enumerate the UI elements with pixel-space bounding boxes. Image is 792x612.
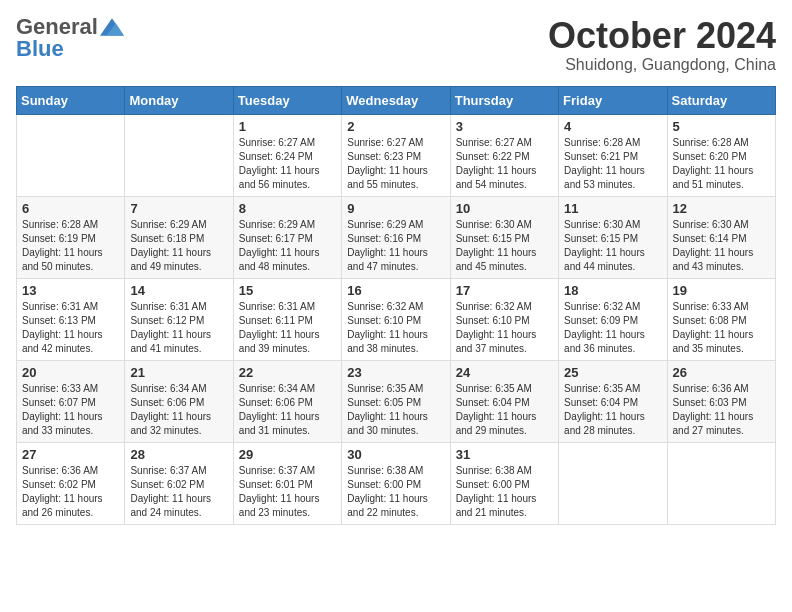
title-block: October 2024 Shuidong, Guangdong, China <box>548 16 776 74</box>
calendar-cell: 27Sunrise: 6:36 AM Sunset: 6:02 PM Dayli… <box>17 442 125 524</box>
calendar-cell: 12Sunrise: 6:30 AM Sunset: 6:14 PM Dayli… <box>667 196 775 278</box>
day-info: Sunrise: 6:35 AM Sunset: 6:04 PM Dayligh… <box>564 382 661 438</box>
day-info: Sunrise: 6:28 AM Sunset: 6:19 PM Dayligh… <box>22 218 119 274</box>
calendar-week-row: 6Sunrise: 6:28 AM Sunset: 6:19 PM Daylig… <box>17 196 776 278</box>
day-info: Sunrise: 6:36 AM Sunset: 6:03 PM Dayligh… <box>673 382 770 438</box>
day-number: 13 <box>22 283 119 298</box>
day-info: Sunrise: 6:27 AM Sunset: 6:24 PM Dayligh… <box>239 136 336 192</box>
day-info: Sunrise: 6:36 AM Sunset: 6:02 PM Dayligh… <box>22 464 119 520</box>
calendar-cell: 18Sunrise: 6:32 AM Sunset: 6:09 PM Dayli… <box>559 278 667 360</box>
logo-general: General <box>16 16 98 38</box>
day-info: Sunrise: 6:31 AM Sunset: 6:13 PM Dayligh… <box>22 300 119 356</box>
day-info: Sunrise: 6:29 AM Sunset: 6:17 PM Dayligh… <box>239 218 336 274</box>
day-number: 28 <box>130 447 227 462</box>
calendar-cell: 13Sunrise: 6:31 AM Sunset: 6:13 PM Dayli… <box>17 278 125 360</box>
day-number: 15 <box>239 283 336 298</box>
calendar-cell <box>559 442 667 524</box>
weekday-header-thursday: Thursday <box>450 86 558 114</box>
calendar-cell: 7Sunrise: 6:29 AM Sunset: 6:18 PM Daylig… <box>125 196 233 278</box>
day-info: Sunrise: 6:30 AM Sunset: 6:15 PM Dayligh… <box>564 218 661 274</box>
day-number: 2 <box>347 119 444 134</box>
calendar-cell: 26Sunrise: 6:36 AM Sunset: 6:03 PM Dayli… <box>667 360 775 442</box>
day-number: 6 <box>22 201 119 216</box>
calendar-cell: 30Sunrise: 6:38 AM Sunset: 6:00 PM Dayli… <box>342 442 450 524</box>
weekday-header-friday: Friday <box>559 86 667 114</box>
calendar-cell: 3Sunrise: 6:27 AM Sunset: 6:22 PM Daylig… <box>450 114 558 196</box>
logo-blue: Blue <box>16 36 64 61</box>
day-info: Sunrise: 6:32 AM Sunset: 6:10 PM Dayligh… <box>347 300 444 356</box>
calendar-cell: 11Sunrise: 6:30 AM Sunset: 6:15 PM Dayli… <box>559 196 667 278</box>
calendar-cell: 22Sunrise: 6:34 AM Sunset: 6:06 PM Dayli… <box>233 360 341 442</box>
day-info: Sunrise: 6:30 AM Sunset: 6:15 PM Dayligh… <box>456 218 553 274</box>
calendar-cell <box>17 114 125 196</box>
day-number: 21 <box>130 365 227 380</box>
calendar-cell: 31Sunrise: 6:38 AM Sunset: 6:00 PM Dayli… <box>450 442 558 524</box>
calendar-cell: 4Sunrise: 6:28 AM Sunset: 6:21 PM Daylig… <box>559 114 667 196</box>
day-number: 12 <box>673 201 770 216</box>
day-number: 25 <box>564 365 661 380</box>
day-number: 10 <box>456 201 553 216</box>
day-info: Sunrise: 6:29 AM Sunset: 6:18 PM Dayligh… <box>130 218 227 274</box>
logo: General Blue <box>16 16 124 62</box>
weekday-header-monday: Monday <box>125 86 233 114</box>
day-info: Sunrise: 6:33 AM Sunset: 6:07 PM Dayligh… <box>22 382 119 438</box>
weekday-header-tuesday: Tuesday <box>233 86 341 114</box>
day-info: Sunrise: 6:34 AM Sunset: 6:06 PM Dayligh… <box>130 382 227 438</box>
calendar-week-row: 20Sunrise: 6:33 AM Sunset: 6:07 PM Dayli… <box>17 360 776 442</box>
calendar-cell: 2Sunrise: 6:27 AM Sunset: 6:23 PM Daylig… <box>342 114 450 196</box>
day-number: 18 <box>564 283 661 298</box>
day-number: 3 <box>456 119 553 134</box>
page-header: General Blue October 2024 Shuidong, Guan… <box>16 16 776 74</box>
day-number: 27 <box>22 447 119 462</box>
day-number: 11 <box>564 201 661 216</box>
day-info: Sunrise: 6:27 AM Sunset: 6:22 PM Dayligh… <box>456 136 553 192</box>
day-number: 29 <box>239 447 336 462</box>
day-info: Sunrise: 6:27 AM Sunset: 6:23 PM Dayligh… <box>347 136 444 192</box>
day-info: Sunrise: 6:34 AM Sunset: 6:06 PM Dayligh… <box>239 382 336 438</box>
location-subtitle: Shuidong, Guangdong, China <box>548 56 776 74</box>
day-number: 5 <box>673 119 770 134</box>
calendar-cell: 24Sunrise: 6:35 AM Sunset: 6:04 PM Dayli… <box>450 360 558 442</box>
calendar-table: SundayMondayTuesdayWednesdayThursdayFrid… <box>16 86 776 525</box>
day-info: Sunrise: 6:37 AM Sunset: 6:02 PM Dayligh… <box>130 464 227 520</box>
calendar-cell: 10Sunrise: 6:30 AM Sunset: 6:15 PM Dayli… <box>450 196 558 278</box>
calendar-cell: 29Sunrise: 6:37 AM Sunset: 6:01 PM Dayli… <box>233 442 341 524</box>
day-info: Sunrise: 6:38 AM Sunset: 6:00 PM Dayligh… <box>456 464 553 520</box>
day-number: 1 <box>239 119 336 134</box>
logo-icon <box>100 18 124 36</box>
weekday-header-saturday: Saturday <box>667 86 775 114</box>
day-number: 4 <box>564 119 661 134</box>
day-info: Sunrise: 6:31 AM Sunset: 6:12 PM Dayligh… <box>130 300 227 356</box>
calendar-cell: 21Sunrise: 6:34 AM Sunset: 6:06 PM Dayli… <box>125 360 233 442</box>
calendar-week-row: 13Sunrise: 6:31 AM Sunset: 6:13 PM Dayli… <box>17 278 776 360</box>
calendar-cell: 20Sunrise: 6:33 AM Sunset: 6:07 PM Dayli… <box>17 360 125 442</box>
day-number: 24 <box>456 365 553 380</box>
calendar-cell: 16Sunrise: 6:32 AM Sunset: 6:10 PM Dayli… <box>342 278 450 360</box>
day-number: 7 <box>130 201 227 216</box>
day-number: 23 <box>347 365 444 380</box>
day-info: Sunrise: 6:33 AM Sunset: 6:08 PM Dayligh… <box>673 300 770 356</box>
weekday-header-sunday: Sunday <box>17 86 125 114</box>
calendar-cell <box>667 442 775 524</box>
day-info: Sunrise: 6:29 AM Sunset: 6:16 PM Dayligh… <box>347 218 444 274</box>
day-number: 14 <box>130 283 227 298</box>
day-info: Sunrise: 6:32 AM Sunset: 6:09 PM Dayligh… <box>564 300 661 356</box>
calendar-week-row: 1Sunrise: 6:27 AM Sunset: 6:24 PM Daylig… <box>17 114 776 196</box>
day-info: Sunrise: 6:37 AM Sunset: 6:01 PM Dayligh… <box>239 464 336 520</box>
day-info: Sunrise: 6:30 AM Sunset: 6:14 PM Dayligh… <box>673 218 770 274</box>
weekday-header-wednesday: Wednesday <box>342 86 450 114</box>
day-info: Sunrise: 6:38 AM Sunset: 6:00 PM Dayligh… <box>347 464 444 520</box>
calendar-cell: 5Sunrise: 6:28 AM Sunset: 6:20 PM Daylig… <box>667 114 775 196</box>
day-info: Sunrise: 6:28 AM Sunset: 6:20 PM Dayligh… <box>673 136 770 192</box>
calendar-cell: 28Sunrise: 6:37 AM Sunset: 6:02 PM Dayli… <box>125 442 233 524</box>
day-info: Sunrise: 6:28 AM Sunset: 6:21 PM Dayligh… <box>564 136 661 192</box>
day-number: 31 <box>456 447 553 462</box>
calendar-cell: 19Sunrise: 6:33 AM Sunset: 6:08 PM Dayli… <box>667 278 775 360</box>
calendar-cell <box>125 114 233 196</box>
calendar-cell: 9Sunrise: 6:29 AM Sunset: 6:16 PM Daylig… <box>342 196 450 278</box>
calendar-cell: 15Sunrise: 6:31 AM Sunset: 6:11 PM Dayli… <box>233 278 341 360</box>
calendar-cell: 25Sunrise: 6:35 AM Sunset: 6:04 PM Dayli… <box>559 360 667 442</box>
day-number: 8 <box>239 201 336 216</box>
day-number: 16 <box>347 283 444 298</box>
day-info: Sunrise: 6:35 AM Sunset: 6:05 PM Dayligh… <box>347 382 444 438</box>
